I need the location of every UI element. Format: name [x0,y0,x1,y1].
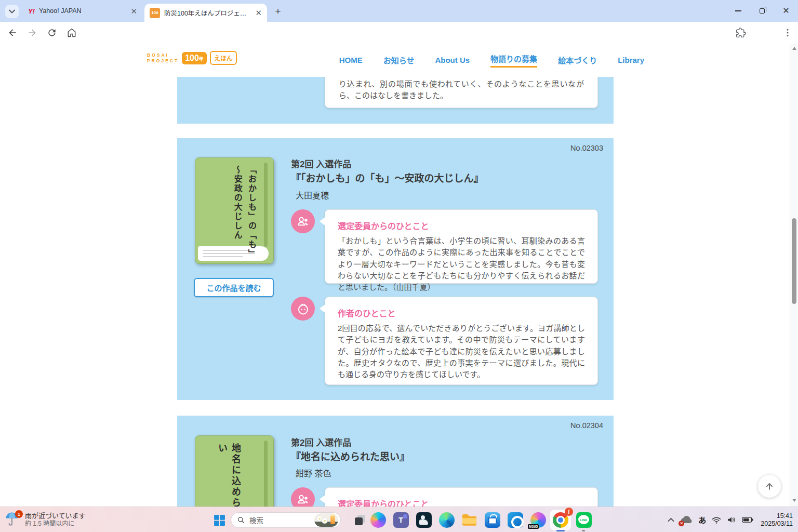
windows-taskbar: 1 雨が近づいています 約 1.5 時間以内に 検索 T [0,507,798,532]
scrollbar-up-arrow[interactable] [790,45,798,52]
search-placeholder: 検索 [249,515,314,525]
weather-subtext: 約 1.5 時間以内に [25,520,86,528]
author-comment-text: 2回目の応募で、選んでいただきありがとうございます。ヨガ講師として子どもにヨガを… [338,323,585,380]
task-view-button[interactable] [352,512,368,528]
copilot-app-icon[interactable] [370,512,386,528]
maximize-restore-button[interactable] [750,0,774,22]
logo-ehon-badge: えほん [210,51,237,65]
logo-text: BOSAI PROJECT [147,52,179,64]
book-cover-title: 「おかしも」の「も」 〜安政の大じしん [231,165,259,259]
edge-app-icon[interactable] [438,512,455,528]
scrollbar-thumb[interactable] [792,218,796,304]
volume-icon[interactable] [727,516,736,524]
ime-indicator[interactable]: あ [698,514,706,525]
reload-icon[interactable] [47,28,57,38]
tray-date: 2025/03/11 [761,520,793,528]
story-card-no02303: No.02303 「おかしも」の「も」 〜安政の大じしん この作品を読む 第2回… [177,138,614,400]
m365-copilot-icon[interactable]: M365 [530,512,546,528]
nav-news[interactable]: お知らせ [383,55,415,66]
window-controls: ✕ [726,0,798,22]
start-button[interactable] [212,513,227,527]
work-author: 紺野 茶色 [296,467,331,479]
edition-label: 第2回 入選作品 [291,435,351,448]
line-app-icon[interactable]: LINE [576,512,592,528]
restore-icon [760,8,765,14]
entry-number: No.02303 [570,144,603,152]
tab-search-button[interactable] [5,5,19,18]
tab-title: 防災100年えほんプロジェクト [164,8,252,18]
entry-number: No.02304 [570,421,603,430]
nav-library[interactable]: Library [618,56,644,65]
nav-story-recruitment-active[interactable]: 物語りの募集 [490,53,537,68]
outlook-app-icon[interactable] [507,512,523,528]
weather-text: 雨が近づいています 約 1.5 時間以内に [25,512,86,528]
candle-graphic [330,515,335,524]
extensions-puzzle-icon[interactable] [736,28,746,38]
system-tray: ✕ あ 15:41 2025/03/11 [668,507,793,532]
tray-time: 15:41 [761,512,793,520]
author-face-icon [291,297,315,321]
teams-app-icon[interactable]: T [393,512,409,528]
close-window-button[interactable]: ✕ [774,0,798,22]
m365-badge: M365 [528,524,539,529]
file-explorer-icon[interactable] [461,512,477,528]
forward-icon[interactable] [27,28,37,38]
work-title: 『「おかしも」の「も」〜安政の大じしん』 [291,170,484,184]
arrow-up-icon [764,481,775,491]
committee-comment-heading: 選定委員からのひとこと [338,219,585,232]
minimize-button[interactable] [726,0,750,22]
chrome-app-active[interactable]: f [550,510,571,530]
back-icon[interactable] [7,28,18,38]
line-running-indicator [582,530,585,531]
close-tab-icon[interactable]: ✕ [255,9,262,17]
tab-strip: Y! Yahoo! JAPAN ✕ 100 防災100年えほんプロジェクト ✕ … [0,0,798,22]
microsoft-store-icon[interactable] [484,512,500,528]
battery-icon[interactable] [742,516,753,523]
onedrive-status-icon[interactable]: ✕ [680,515,693,525]
close-tab-icon[interactable]: ✕ [130,7,137,15]
windows-logo-icon [213,514,226,527]
new-tab-button[interactable]: + [271,5,285,18]
minimize-icon [735,10,741,11]
book-cover-okashimo[interactable]: 「おかしも」の「も」 〜安政の大じしん [195,157,274,264]
onedrive-error-badge: ✕ [679,521,684,526]
tab-yahoo-japan[interactable]: Y! Yahoo! JAPAN ✕ [23,0,142,22]
site-navigation: HOME お知らせ About Us 物語りの募集 絵本づくり Library [339,44,644,77]
tab-bosai-ehon-active[interactable]: 100 防災100年えほんプロジェクト ✕ [144,4,267,22]
chrome-notification-badge: f [565,508,573,516]
nav-ehon-making[interactable]: 絵本づくり [558,55,597,66]
read-this-work-button[interactable]: この作品を読む [194,278,274,297]
search-seasonal-image[interactable] [314,513,338,527]
book-spine [264,163,268,247]
kindle-app-icon[interactable] [416,512,432,528]
committee-comment-text: 「おかしも」という合言葉は、小学生の頃に習い、耳馴染みのある言葉ですが、この作品… [338,235,585,293]
bosai100-favicon: 100 [150,8,160,18]
author-comment-box: 作者のひとこと 2回目の応募で、選んでいただきありがとうございます。ヨガ講師とし… [325,297,598,385]
edition-label: 第2回 入選作品 [291,157,351,170]
weather-widget[interactable]: 1 雨が近づいています 約 1.5 時間以内に [4,507,86,532]
work-author: 大田夏穂 [296,189,329,201]
site-logo[interactable]: BOSAI PROJECT 100年 えほん [147,51,237,65]
search-icon [237,516,245,524]
browser-toolbar: bosai100nen-ehon.org/story/selection?yea… [0,22,798,44]
home-icon[interactable] [66,28,77,38]
work-title: 『地名に込められた思い』 [291,449,409,463]
chevron-down-icon [9,9,15,14]
author-comment-heading: 作者のひとこと [338,307,585,319]
notification-badge: 1 [15,510,23,518]
hidden-icons-chevron[interactable] [668,517,674,522]
nav-home[interactable]: HOME [339,56,363,65]
site-header: BOSAI PROJECT 100年 えほん HOME お知らせ About U… [0,44,798,77]
close-icon: ✕ [782,7,789,15]
taskbar-search-box[interactable]: 検索 [231,512,341,528]
menu-dots-icon[interactable] [782,28,793,38]
author-comment-text-tail: り込まれ、別の場面でも使われていく、そのようなことを思いながら、このはなしを書き… [339,78,584,102]
committee-people-icon [291,209,315,233]
wifi-icon[interactable] [712,516,721,524]
scrollbar-down-arrow[interactable] [790,497,798,504]
tray-clock[interactable]: 15:41 2025/03/11 [761,512,793,528]
nav-about-us[interactable]: About Us [435,56,470,65]
page-scrollbar[interactable] [790,44,798,532]
back-to-top-button[interactable] [758,475,781,498]
web-page: BOSAI PROJECT 100年 えほん HOME お知らせ About U… [0,44,798,532]
